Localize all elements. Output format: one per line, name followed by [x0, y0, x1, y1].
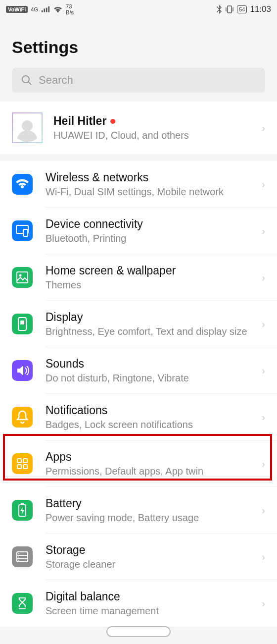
item-title: Wireless & networks — [46, 171, 249, 184]
item-title: Battery — [46, 497, 249, 510]
item-title: Display — [46, 311, 249, 324]
item-subtitle: Storage cleaner — [46, 559, 249, 570]
item-title: Notifications — [46, 404, 249, 417]
avatar — [12, 112, 43, 143]
svg-point-19 — [18, 557, 19, 558]
settings-list: Wireless & networksWi-Fi, Dual SIM setti… — [0, 161, 277, 627]
bluetooth-icon — [216, 5, 222, 14]
clock: 11:03 — [250, 4, 271, 14]
vowifi-indicator: VoWiFi — [6, 6, 28, 13]
item-subtitle: Badges, Lock screen notifications — [46, 419, 249, 430]
item-subtitle: Power saving mode, Battery usage — [46, 512, 249, 524]
svg-line-2 — [28, 82, 31, 85]
svg-rect-4 — [23, 229, 28, 236]
item-title: Device connectivity — [46, 217, 249, 231]
item-subtitle: Themes — [46, 279, 249, 291]
chevron-right-icon: › — [262, 319, 265, 330]
sound-icon — [12, 360, 33, 381]
status-left: VoWiFi 4G 73 B/s — [6, 3, 74, 15]
settings-item-display[interactable]: DisplayBrightness, Eye comfort, Text and… — [0, 301, 277, 347]
chevron-right-icon: › — [262, 272, 265, 283]
svg-point-20 — [18, 560, 19, 561]
bell-icon — [12, 407, 33, 428]
chevron-right-icon: › — [262, 505, 265, 516]
wifi-status-icon — [53, 5, 63, 13]
account-name: Heil Hitler — [53, 114, 189, 128]
search-input[interactable] — [39, 74, 256, 87]
item-title: Home screen & wallpaper — [46, 264, 249, 277]
network-speed: 73 B/s — [66, 3, 74, 15]
settings-item-apps[interactable]: AppsPermissions, Default apps, App twin› — [0, 440, 277, 487]
notification-dot — [110, 119, 115, 124]
item-subtitle: Screen time management — [46, 605, 249, 617]
settings-item-wallpaper[interactable]: Home screen & wallpaperThemes› — [0, 254, 277, 301]
item-subtitle: Brightness, Eye comfort, Text and displa… — [46, 326, 249, 337]
svg-point-1 — [22, 76, 29, 83]
svg-rect-0 — [228, 6, 231, 13]
apps-icon — [12, 453, 33, 474]
chevron-right-icon: › — [262, 412, 265, 423]
chevron-right-icon: › — [262, 551, 265, 563]
account-subtitle: HUAWEI ID, Cloud, and others — [53, 130, 189, 141]
svg-rect-9 — [17, 459, 21, 463]
chevron-right-icon: › — [262, 225, 265, 237]
chevron-right-icon: › — [262, 365, 265, 376]
svg-rect-5 — [17, 272, 28, 283]
svg-rect-14 — [21, 503, 24, 505]
settings-item-hourglass[interactable]: Digital balanceScreen time management› — [0, 580, 277, 627]
battery-icon — [12, 500, 33, 521]
item-subtitle: Wi-Fi, Dual SIM settings, Mobile network — [46, 186, 249, 198]
chevron-right-icon: › — [262, 122, 265, 134]
status-bar: VoWiFi 4G 73 B/s 54 11:03 — [0, 0, 277, 19]
settings-item-bell[interactable]: NotificationsBadges, Lock screen notific… — [0, 394, 277, 440]
svg-point-6 — [19, 274, 22, 277]
item-title: Apps — [46, 450, 249, 464]
chevron-right-icon: › — [262, 179, 265, 190]
vibrate-icon — [225, 5, 234, 14]
device-connect-icon — [12, 220, 33, 241]
item-title: Digital balance — [46, 590, 249, 603]
status-right: 54 11:03 — [216, 4, 271, 14]
search-icon — [21, 74, 33, 86]
svg-rect-8 — [20, 321, 24, 324]
item-subtitle: Do not disturb, Ringtone, Vibrate — [46, 373, 249, 384]
settings-item-battery[interactable]: BatteryPower saving mode, Battery usage› — [0, 487, 277, 534]
item-subtitle: Permissions, Default apps, App twin — [46, 466, 249, 477]
settings-item-storage[interactable]: StorageStorage cleaner› — [0, 534, 277, 580]
chevron-right-icon: › — [262, 598, 265, 609]
display-icon — [12, 314, 33, 334]
item-title: Sounds — [46, 357, 249, 371]
account-row[interactable]: Heil Hitler HUAWEI ID, Cloud, and others… — [0, 102, 277, 154]
nav-pill[interactable] — [106, 626, 171, 637]
wifi-icon — [12, 174, 33, 195]
item-title: Storage — [46, 543, 249, 557]
battery-indicator: 54 — [237, 5, 247, 13]
wallpaper-icon — [12, 267, 33, 288]
svg-rect-11 — [17, 465, 21, 469]
hourglass-icon — [12, 593, 33, 614]
settings-item-sound[interactable]: SoundsDo not disturb, Ringtone, Vibrate› — [0, 347, 277, 394]
page-title: Settings — [0, 19, 277, 68]
item-subtitle: Bluetooth, Printing — [46, 233, 249, 244]
svg-rect-10 — [23, 459, 27, 463]
settings-item-device-connect[interactable]: Device connectivityBluetooth, Printing› — [0, 208, 277, 254]
storage-icon — [12, 546, 33, 567]
search-bar[interactable] — [12, 68, 265, 93]
chevron-right-icon: › — [262, 458, 265, 470]
svg-rect-12 — [23, 465, 27, 469]
svg-point-18 — [18, 553, 19, 554]
settings-item-wifi[interactable]: Wireless & networksWi-Fi, Dual SIM setti… — [0, 161, 277, 208]
signal-icon — [41, 6, 50, 13]
network-type: 4G — [31, 7, 38, 12]
